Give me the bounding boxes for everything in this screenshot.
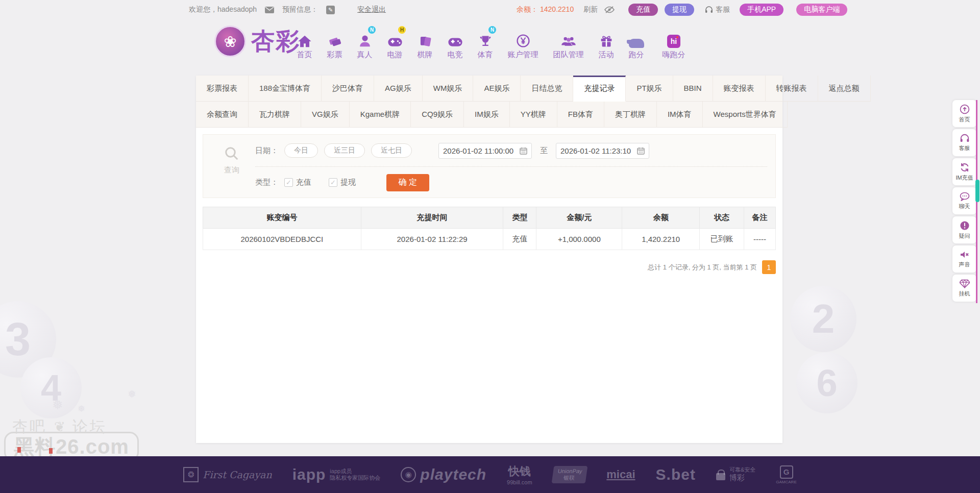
date-to-input[interactable]: 2026-01-02 11:23:10 — [556, 143, 649, 159]
nav-item-home[interactable]: 首页 — [289, 28, 320, 60]
rail-im-recharge[interactable]: IM充值 — [952, 158, 976, 185]
tab-saba-sports[interactable]: 沙巴体育 — [322, 76, 374, 102]
gift-icon — [600, 31, 613, 48]
withdraw-button[interactable]: 提现 — [665, 4, 694, 16]
range-3days-button[interactable]: 近三日 — [324, 143, 365, 158]
range-7days-button[interactable]: 近七日 — [371, 143, 412, 158]
nav-item-hi-paofen[interactable]: hi 嗨跑分 — [651, 28, 696, 60]
mobile-app-button[interactable]: 手机APP — [740, 4, 783, 16]
tab-im[interactable]: IM娱乐 — [464, 102, 510, 128]
rail-scroll-thumb[interactable] — [975, 180, 979, 202]
tab-wm[interactable]: WM娱乐 — [423, 76, 474, 102]
edit-icon[interactable]: ✎ — [326, 6, 335, 14]
tab-pt[interactable]: PT娱乐 — [626, 76, 673, 102]
tab-im-sports[interactable]: IM体育 — [657, 102, 703, 128]
footer-logos: ❂ First Cagayan iapp iapp成员 隐私权专家国际协会 ◉ … — [0, 456, 980, 493]
nav-item-cards[interactable]: 棋牌 — [410, 28, 440, 60]
tab-ag[interactable]: AG娱乐 — [374, 76, 423, 102]
deposit-checkbox[interactable]: ✓ 充值 — [284, 178, 311, 187]
tab-aoding[interactable]: 奥丁棋牌 — [604, 102, 657, 128]
snowflake-icon: ❅ — [78, 403, 85, 414]
tab-188-sports[interactable]: 188金宝博体育 — [249, 76, 322, 102]
tab-daily-summary[interactable]: 日结总览 — [521, 76, 573, 102]
records-table: 账变编号 充提时间 类型 金额/元 余额 状态 备注 20260102VBDED… — [203, 207, 776, 250]
tab-wesports[interactable]: Wesports世界体育 — [703, 102, 788, 128]
rail-sound[interactable]: 声音 — [952, 245, 976, 273]
nav-item-paofen[interactable]: 跑分 — [621, 28, 651, 60]
gem-icon — [960, 279, 970, 288]
checkbox-checked-icon[interactable]: ✓ — [329, 178, 337, 187]
tab-row-2: 余额查询 瓦力棋牌 VG娱乐 Kgame棋牌 CQ9娱乐 IM娱乐 YY棋牌 F… — [196, 102, 782, 128]
checkbox-checked-icon[interactable]: ✓ — [284, 178, 293, 187]
tab-balance-query[interactable]: 余额查询 — [196, 102, 249, 128]
col-type: 类型 — [503, 207, 536, 229]
floating-side-rail: 首页 客服 IM充值 聊天 疑问 声音 挂机 — [952, 100, 978, 304]
tab-transfer-report[interactable]: 转账报表 — [766, 76, 818, 102]
nav-item-slots[interactable]: H 电游 — [380, 28, 410, 60]
tab-bbin[interactable]: BBIN — [673, 76, 713, 102]
page-1-button[interactable]: 1 — [762, 260, 776, 274]
calendar-icon[interactable] — [520, 147, 527, 155]
team-users-icon — [561, 31, 576, 48]
balance-display: 余额：1420.2210 — [517, 5, 574, 14]
range-today-button[interactable]: 今日 — [284, 143, 318, 158]
service-link[interactable]: 客服 — [716, 5, 730, 14]
seal-icon: ❂ — [183, 467, 199, 482]
tab-rebate-total[interactable]: 返点总额 — [818, 76, 871, 102]
site-logo[interactable]: ❀ 杏彩 — [214, 26, 300, 57]
confirm-button[interactable]: 确 定 — [386, 174, 429, 191]
cell-balance: 1,420.2210 — [622, 229, 700, 250]
refresh-link[interactable]: 刷新 — [583, 5, 598, 14]
logo-99bill: 快钱 99bill.com — [507, 464, 532, 486]
withdraw-checkbox[interactable]: ✓ 提现 — [329, 178, 356, 187]
nav-item-sports[interactable]: N 体育 — [470, 28, 500, 60]
tab-deposit-withdraw-records[interactable]: 充提记录 — [573, 76, 626, 102]
snowflake-icon: ❅ — [52, 397, 63, 413]
nav-item-team[interactable]: 团队管理 — [546, 28, 591, 60]
type-label: 类型： — [255, 178, 278, 187]
logout-link[interactable]: 安全退出 — [357, 5, 386, 14]
tab-ae[interactable]: AE娱乐 — [473, 76, 521, 102]
search-side-label: 查询 — [215, 146, 248, 175]
tab-kgame[interactable]: Kgame棋牌 — [350, 102, 411, 128]
watermark-red-mark — [17, 447, 21, 453]
nav-item-promos[interactable]: 活动 — [591, 28, 621, 60]
rail-idle[interactable]: 挂机 — [952, 275, 976, 302]
logo-playtech: ◉ playtech — [401, 466, 486, 483]
logo-emblem-icon: ❀ — [214, 26, 246, 57]
envelope-icon[interactable] — [265, 7, 274, 13]
rail-question[interactable]: 疑问 — [952, 216, 976, 243]
deposit-button[interactable]: 充值 — [628, 4, 658, 16]
nav-item-account[interactable]: 账户管理 — [500, 28, 546, 60]
playtech-swirl-icon: ◉ — [401, 467, 416, 482]
nav-item-live[interactable]: N 真人 — [350, 28, 380, 60]
tab-wali[interactable]: 瓦力棋牌 — [249, 102, 301, 128]
rail-customer-service[interactable]: 客服 — [952, 129, 976, 156]
tab-fb-sports[interactable]: FB体育 — [557, 102, 604, 128]
tab-account-change-report[interactable]: 账变报表 — [713, 76, 766, 102]
hot-badge: H — [398, 26, 406, 34]
headset-icon — [705, 6, 713, 13]
speaker-muted-icon — [960, 250, 970, 259]
padlock-icon — [716, 473, 725, 480]
tab-vg[interactable]: VG娱乐 — [301, 102, 350, 128]
nav-item-esports[interactable]: 电竞 — [440, 28, 470, 60]
rail-chat[interactable]: 聊天 — [952, 187, 976, 214]
balance-value: 1420.2210 — [540, 5, 574, 13]
welcome-text: 欢迎您，hadesadoph — [189, 5, 257, 14]
tab-cq9[interactable]: CQ9娱乐 — [411, 102, 464, 128]
hi-logo-icon: hi — [667, 31, 680, 48]
eye-slash-icon[interactable] — [604, 6, 615, 13]
col-remark: 备注 — [744, 207, 776, 229]
tab-lottery-report[interactable]: 彩票报表 — [196, 76, 249, 102]
logo-sbet: S.bet — [656, 466, 696, 483]
date-from-input[interactable]: 2026-01-02 11:00:00 — [438, 143, 532, 159]
nav-item-lottery[interactable]: 彩票 — [320, 28, 350, 60]
calendar-icon[interactable] — [637, 147, 645, 155]
pc-client-button[interactable]: 电脑客户端 — [796, 4, 847, 16]
search-icon — [224, 146, 239, 161]
tab-yy[interactable]: YY棋牌 — [510, 102, 557, 128]
topbar-left: 欢迎您，hadesadoph 预留信息： ✎ 安全退出 — [189, 0, 386, 19]
gamepad-icon — [448, 31, 463, 48]
rail-back-to-top[interactable]: 首页 — [952, 100, 976, 127]
